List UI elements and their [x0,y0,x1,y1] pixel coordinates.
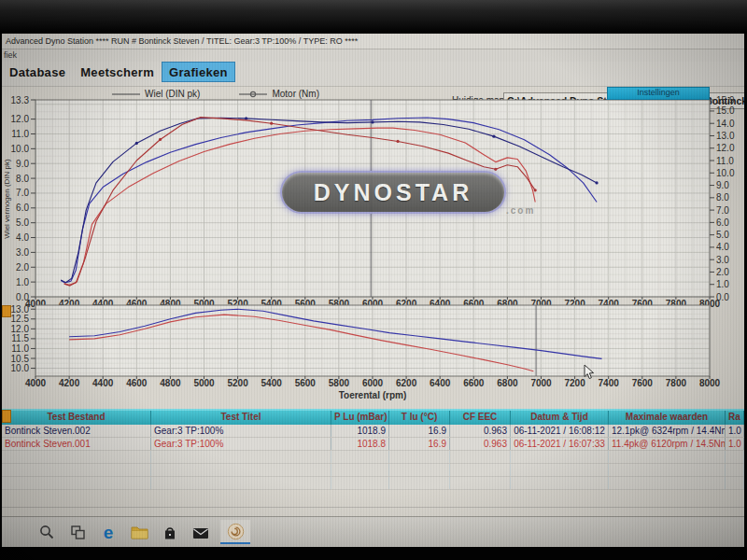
left-axis-tick-label: 6.0 [16,203,29,213]
task-view-icon [70,525,86,540]
x-tick-label: 8000 [699,378,721,388]
table-cell: 16.9 [389,425,450,437]
left-axis-tick-label: 5.0 [16,217,29,228]
taskbar-button-dynostar[interactable] [220,520,250,544]
table-header-cell[interactable]: P Lu (mBar) [331,411,389,425]
left-axis-tick-label: 9.0 [16,159,29,169]
table-empty-cell [151,477,331,489]
table-empty-row [2,451,744,464]
x-tick-label: 4800 [160,378,181,388]
x-tick-label: 6200 [396,378,417,388]
bottom-axis-tick-label: 12.0 [11,324,30,334]
x-tick-label: 5800 [329,378,350,388]
right-axis-tick-label: 12.0 [716,143,735,153]
legend-item-wiel: Wiel (DIN pk) [112,88,200,100]
x-tick-label: 6600 [463,378,485,388]
table-row[interactable]: Bontinck Steven.002Gear:3 TP:100%1018.91… [2,425,744,438]
table-marker-tab[interactable] [2,410,11,423]
bottom-axis-tick-label: 12.5 [11,314,30,324]
table-empty-row [2,477,744,490]
x-axis-title: Toerental (rpm) [339,390,407,400]
taskbar-button-file-explorer[interactable] [128,520,150,544]
table-header-cell[interactable]: Datum & Tijd [511,411,609,425]
x-tick-label: 4000 [25,378,47,388]
table-empty-cell [2,464,151,476]
window-bottom-edge [2,507,744,508]
right-axis-tick-label: 13.0 [716,131,735,141]
table-cell: 11.4pk@ 6120rpm / 14.5Nm@ 4979rpm [609,438,726,450]
right-axis-tick-label: 7.0 [716,205,729,216]
taskbar-button-store[interactable] [159,520,181,544]
table-empty-cell [450,451,511,463]
table-cell: 06-11-2021 / 16:08:12 [511,425,609,437]
dynostar-logo: DYNOSTAR [282,173,504,212]
runs-table: Test BestandTest TitelP Lu (mBar)T lu (°… [2,409,744,490]
table-empty-cell [726,451,744,463]
right-axis-tick-label: 4.0 [716,242,729,252]
left-axis-title: Wiel vermogen (DIN pk) [3,159,11,239]
file-explorer-icon [131,525,148,539]
left-axis-tick-label: 8.0 [16,174,29,184]
table-empty-cell [609,451,726,463]
menu-item-meetscherm[interactable]: Meetscherm [73,62,162,82]
table-empty-cell [151,451,331,463]
table-empty-cell [389,451,450,463]
table-empty-cell [726,477,744,489]
table-empty-cell [331,477,389,489]
x-tick-label: 6800 [497,378,518,388]
table-empty-cell [511,451,609,463]
right-axis-tick-label: 8.0 [716,192,729,203]
table-header-cell[interactable]: Test Bestand [2,411,151,425]
table-cell: Gear:3 TP:100% [151,438,331,450]
x-tick-label: 5400 [261,378,283,388]
mouse-cursor [583,364,596,381]
menu-item-database[interactable]: Database [2,62,73,82]
table-header-row: Test BestandTest TitelP Lu (mBar)T lu (°… [2,409,744,425]
menu-item-grafieken[interactable]: Grafieken [162,62,235,82]
settings-button[interactable]: Instellingen [607,87,710,100]
table-header-cell[interactable]: Ra [726,411,744,425]
table-row[interactable]: Bontinck Steven.001Gear:3 TP:100%1018.81… [2,438,744,451]
left-axis-tick-label: 1.0 [16,277,29,287]
right-axis-tick-label: 5.0 [716,230,729,240]
legend-label: Motor (Nm) [272,89,319,99]
menu-bar: DatabaseMeetschermGrafieken Huidige map … [2,62,744,87]
right-axis-tick-label: 1.0 [716,279,729,289]
table-header-cell[interactable]: T lu (°C) [389,411,450,425]
table-empty-cell [2,477,151,489]
chart-marker-tab[interactable] [2,305,11,317]
table-empty-cell [331,451,389,463]
legend-line-icon [112,91,140,98]
table-empty-cell [151,464,331,476]
table-empty-cell [389,477,450,489]
secondary-window-title: fiek [2,49,744,63]
right-axis-tick-label: 3.0 [716,255,729,265]
x-tick-label: 7800 [666,378,687,388]
taskbar-button-search[interactable] [35,520,58,544]
taskbar-button-mail[interactable] [190,520,212,544]
bottom-axis-tick-label: 11.5 [11,333,29,343]
dynostar-logo-suffix: .com [506,205,535,216]
taskbar-button-edge[interactable]: e [97,520,120,544]
right-axis-tick-label: 2.0 [716,267,729,277]
table-header-cell[interactable]: Maximale waarden [609,411,726,425]
table-header-cell[interactable]: CF EEC [450,411,511,425]
table-header-cell[interactable]: Test Titel [151,411,331,425]
bottom-axis-tick-label: 11.0 [11,343,29,354]
table-empty-cell [450,477,511,489]
edge-icon: e [104,524,114,541]
table-cell: 1.0 [726,425,744,437]
table-cell: Bontinck Steven.002 [2,425,151,437]
taskbar-button-task-view[interactable] [66,520,89,544]
table-cell: Gear:3 TP:100% [151,425,331,437]
secondary-title-text: fiek [4,50,17,60]
x-tick-label: 4600 [126,378,148,388]
bottom-axis-tick-label: 13.0 [11,304,30,315]
x-tick-label: 5000 [193,378,215,388]
table-empty-cell [450,464,511,476]
monitor-bezel-top [0,0,747,34]
x-tick-label: 5200 [227,378,248,388]
left-axis-tick-label: 11.0 [11,129,29,139]
left-axis-tick-label: 12.0 [11,114,30,124]
chart-legend: Wiel (DIN pk)Motor (Nm) [112,88,319,100]
